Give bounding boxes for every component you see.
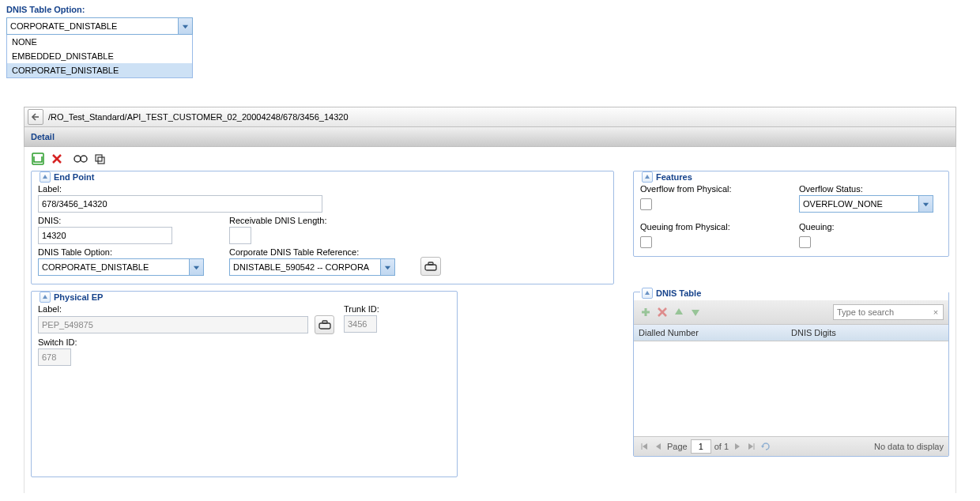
page-label-suffix: of 1	[714, 442, 729, 451]
physical-ep-fieldset: Physical EP Label: Trunk ID:	[31, 291, 458, 477]
pep-switch-input	[38, 348, 71, 366]
collapse-up-icon[interactable]	[642, 288, 653, 299]
features-fieldset: Features Overflow from Physical: Overflo…	[633, 171, 949, 257]
copy-icon[interactable]	[92, 152, 107, 166]
dnis-search-input[interactable]	[834, 306, 929, 318]
link-icon[interactable]	[74, 152, 88, 166]
no-data-text: No data to display	[874, 442, 944, 451]
svg-point-5	[74, 156, 81, 162]
first-page-icon[interactable]	[639, 441, 650, 452]
svg-rect-12	[425, 265, 436, 270]
svg-marker-27	[643, 443, 647, 450]
dropdown-trigger-icon[interactable]	[189, 259, 203, 275]
option-none[interactable]: NONE	[7, 35, 192, 49]
breadcrumb: /RO_Test_Standard/API_TEST_CUSTOMER_02_2…	[24, 107, 956, 127]
queuing-checkbox[interactable]	[799, 236, 811, 248]
move-up-icon[interactable]	[672, 305, 686, 319]
col-dnis-digits[interactable]: DNIS Digits	[791, 328, 836, 337]
queuing-phys-label: Queuing from Physical:	[640, 222, 783, 232]
physical-ep-legend: Physical EP	[54, 292, 103, 302]
overflow-phys-label: Overflow from Physical:	[640, 184, 783, 194]
svg-marker-28	[656, 443, 661, 450]
next-page-icon[interactable]	[732, 441, 743, 452]
svg-marker-9	[43, 175, 47, 179]
endpoint-fieldset: End Point Label: DNIS: Receivable DNIS L…	[31, 171, 614, 284]
refresh-icon[interactable]	[760, 441, 771, 452]
svg-rect-8	[98, 157, 104, 164]
features-legend: Features	[656, 172, 692, 182]
svg-rect-15	[319, 323, 330, 329]
dnis-table-fieldset: DNIS Table	[633, 292, 949, 457]
ep-dnisopt-combo[interactable]	[38, 258, 204, 276]
option-embedded[interactable]: EMBEDDED_DNISTABLE	[7, 49, 192, 63]
pep-label-input	[38, 316, 308, 333]
ep-corpref-input[interactable]	[230, 259, 380, 275]
dnis-table-header: Dialled Number DNIS Digits	[634, 325, 948, 341]
svg-marker-29	[735, 443, 740, 450]
endpoint-legend: End Point	[54, 172, 94, 182]
svg-marker-32	[761, 446, 764, 448]
pep-trunk-input	[344, 315, 377, 333]
move-down-icon[interactable]	[688, 305, 703, 319]
svg-marker-0	[183, 24, 188, 28]
dnis-table-option-list: NONE EMBEDDED_DNISTABLE CORPORATE_DNISTA…	[6, 35, 193, 78]
queuing-label: Queuing:	[799, 222, 942, 232]
browse-physical-ep-button[interactable]	[315, 315, 334, 334]
detail-toolbar	[24, 147, 956, 171]
page-input[interactable]	[691, 439, 711, 454]
overflow-status-input[interactable]	[800, 196, 918, 212]
ep-recvlen-input[interactable]	[229, 227, 251, 244]
collapse-up-icon[interactable]	[40, 171, 51, 183]
browse-reference-button[interactable]	[420, 257, 441, 276]
delete-row-icon[interactable]	[655, 305, 669, 319]
last-page-icon[interactable]	[746, 441, 757, 452]
ep-dnis-label: DNIS:	[38, 216, 220, 225]
svg-rect-16	[322, 321, 327, 323]
ep-corpref-combo[interactable]	[229, 258, 395, 276]
svg-marker-19	[645, 291, 650, 295]
queuing-phys-checkbox[interactable]	[640, 236, 652, 248]
overflow-status-label: Overflow Status:	[799, 184, 942, 194]
add-row-icon[interactable]	[639, 305, 653, 319]
ep-label-input[interactable]	[38, 195, 322, 213]
breadcrumb-path: /RO_Test_Standard/API_TEST_CUSTOMER_02_2…	[48, 112, 349, 122]
svg-marker-17	[645, 175, 650, 179]
option-corporate[interactable]: CORPORATE_DNISTABLE	[7, 63, 192, 77]
cancel-icon[interactable]	[50, 152, 64, 166]
svg-marker-24	[675, 308, 683, 315]
ep-recvlen-label: Receivable DNIS Length:	[229, 216, 411, 225]
page-label-prefix: Page	[667, 442, 688, 451]
svg-marker-14	[43, 295, 47, 299]
clear-search-icon[interactable]: ×	[929, 307, 943, 317]
ep-dnis-input[interactable]	[38, 227, 172, 244]
dropdown-trigger-icon[interactable]	[178, 18, 192, 34]
pep-label-label: Label:	[38, 304, 334, 314]
pep-trunk-label: Trunk ID:	[344, 304, 391, 314]
svg-marker-18	[923, 202, 929, 206]
dnis-table-option-input-top[interactable]	[7, 18, 178, 34]
dropdown-trigger-icon[interactable]	[380, 259, 394, 275]
collapse-up-icon[interactable]	[642, 171, 653, 183]
ep-dnisopt-input[interactable]	[39, 259, 189, 275]
dropdown-trigger-icon[interactable]	[918, 196, 933, 212]
svg-marker-25	[692, 310, 699, 316]
svg-marker-10	[194, 266, 199, 269]
overflow-status-combo[interactable]	[799, 195, 933, 213]
ep-corpref-label: Corporate DNIS Table Reference:	[229, 247, 411, 257]
pep-switch-label: Switch ID:	[38, 337, 334, 347]
collapse-up-icon[interactable]	[40, 292, 51, 303]
overflow-phys-checkbox[interactable]	[640, 198, 652, 210]
dnis-search-box[interactable]: ×	[833, 304, 944, 320]
ep-dnisopt-label: DNIS Table Option:	[38, 247, 220, 257]
detail-header: Detail	[24, 127, 956, 147]
dnis-table-legend: DNIS Table	[656, 288, 701, 298]
col-dialled-number[interactable]: Dialled Number	[639, 328, 791, 337]
paging-bar: Page of 1 No data to displa	[634, 436, 948, 456]
breadcrumb-nav-icon[interactable]	[28, 109, 43, 125]
dnis-table-option-combo-top[interactable]	[6, 17, 193, 35]
prev-page-icon[interactable]	[653, 441, 664, 452]
save-icon[interactable]	[31, 152, 45, 166]
ep-label-label: Label:	[38, 184, 411, 194]
svg-point-6	[81, 156, 87, 162]
dnis-table-option-label-top: DNIS Table Option:	[6, 5, 974, 14]
